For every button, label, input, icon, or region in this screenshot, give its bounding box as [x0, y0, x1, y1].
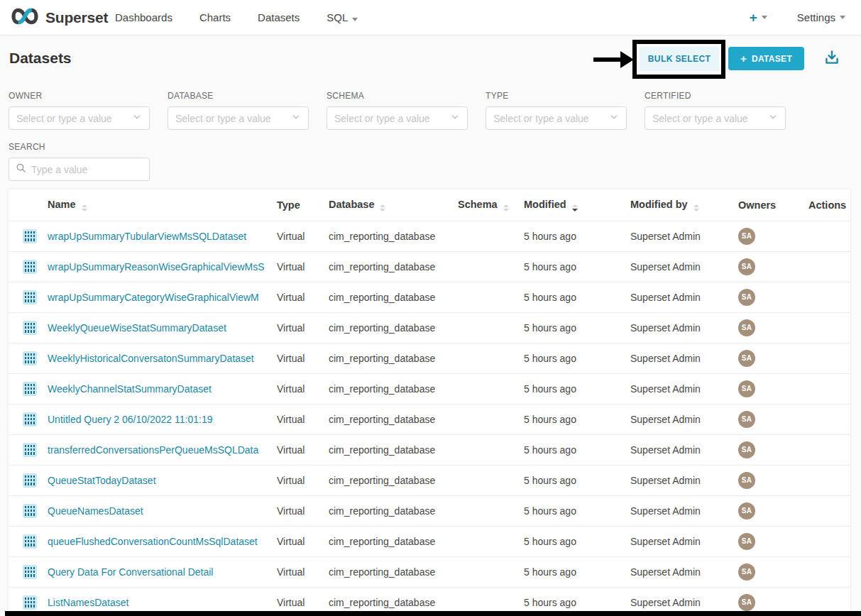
dataset-icon-cell: [9, 434, 48, 465]
dataset-type-cell: Virtual: [277, 221, 329, 251]
dataset-link[interactable]: wrapUpSummaryTubularViewMsSQLDataset: [48, 231, 246, 242]
dataset-link[interactable]: Untitled Query 2 06/10/2022 11:01:19: [48, 414, 212, 425]
column-header-label: Type: [277, 199, 300, 211]
settings-menu[interactable]: Settings: [797, 11, 845, 23]
column-header[interactable]: Owners: [738, 189, 808, 221]
filter-group: OWNER Select or type a value: [9, 91, 150, 130]
sort-icon: [503, 204, 509, 211]
filter-select[interactable]: Select or type a value: [9, 106, 150, 130]
bulk-select-button[interactable]: BULK SELECT: [640, 47, 719, 71]
filter-select[interactable]: Select or type a value: [486, 106, 627, 130]
dataset-link[interactable]: WeeklyHistoricalConversatonSummaryDatase…: [48, 353, 254, 364]
dataset-link[interactable]: wrapUpSummaryReasonWiseGraphicalViewMsS: [48, 261, 265, 273]
owner-avatar[interactable]: SA: [738, 563, 755, 581]
dataset-type-cell: Virtual: [277, 343, 329, 373]
chevron-down-icon: [762, 16, 767, 19]
owner-avatar[interactable]: SA: [738, 411, 755, 428]
filter-select[interactable]: Select or type a value: [168, 106, 309, 130]
dataset-link[interactable]: transferredConversationsPerQueueMsSQLDat…: [48, 444, 258, 456]
column-header[interactable]: Modified by: [630, 189, 738, 221]
filter-group: SCHEMA Select or type a value: [327, 91, 468, 130]
dataset-name-cell: queueFlushedConversationCountMsSqlDatase…: [48, 526, 277, 556]
owner-avatar[interactable]: SA: [738, 319, 755, 336]
table-row: wrapUpSummaryCategoryWiseGraphicalViewM …: [9, 282, 850, 312]
dataset-actions-cell: [808, 343, 850, 373]
column-header[interactable]: Name: [48, 189, 277, 221]
superset-logo[interactable]: Superset: [10, 7, 104, 28]
dataset-link[interactable]: WeeklyQueueWiseStatSummaryDataset: [48, 322, 226, 334]
download-icon: [823, 58, 841, 69]
column-header[interactable]: Modified: [524, 189, 630, 221]
column-header[interactable]: Database: [329, 189, 458, 221]
add-dataset-button[interactable]: + DATASET: [728, 47, 804, 70]
owner-avatar[interactable]: SA: [738, 441, 755, 458]
dataset-modified-cell: 5 hours ago: [524, 434, 630, 465]
dataset-icon-cell: [9, 221, 48, 251]
column-header[interactable]: Actions: [808, 189, 850, 221]
chevron-down-icon: [768, 112, 778, 125]
filter-select[interactable]: Select or type a value: [645, 106, 786, 130]
owner-avatar[interactable]: SA: [738, 350, 755, 367]
dataset-link[interactable]: wrapUpSummaryCategoryWiseGraphicalViewM: [48, 292, 259, 303]
dataset-name-cell: Query Data For Conversational Detail: [48, 556, 277, 587]
dataset-link[interactable]: WeeklyChannelStatSummaryDataset: [48, 383, 212, 395]
dataset-link[interactable]: ListNamesDataset: [48, 597, 128, 608]
dataset-link[interactable]: Query Data For Conversational Detail: [48, 566, 213, 578]
dataset-link[interactable]: QueueStatTodayDataset: [48, 475, 156, 486]
dataset-icon-cell: [9, 404, 48, 434]
search-icon: [16, 163, 26, 176]
add-dataset-label: DATASET: [752, 54, 792, 64]
owner-avatar[interactable]: SA: [738, 594, 755, 611]
column-header[interactable]: Schema: [458, 189, 524, 221]
dataset-type-cell: Virtual: [277, 434, 329, 465]
export-datasets-button[interactable]: [822, 48, 842, 68]
owner-avatar[interactable]: SA: [738, 472, 755, 489]
dataset-actions-cell: [808, 526, 850, 556]
dataset-modified-by-cell: Superset Admin: [630, 465, 738, 495]
dataset-modified-cell: 5 hours ago: [524, 312, 630, 343]
table-grid-icon: [23, 290, 37, 304]
dataset-actions-cell: [808, 404, 850, 434]
dataset-modified-cell: 5 hours ago: [524, 556, 630, 587]
table-grid-icon: [23, 534, 37, 549]
datasets-table-card: Name Type Database Schema Modified Modif…: [9, 189, 850, 616]
main-nav: Dashboards Charts Datasets SQL: [115, 11, 358, 23]
column-header[interactable]: Type: [277, 189, 329, 221]
dataset-type-cell: Virtual: [277, 465, 329, 495]
dataset-icon-cell: [9, 465, 48, 495]
filter-placeholder: Select or type a value: [334, 113, 450, 124]
nav-item[interactable]: SQL: [327, 11, 358, 23]
filter-placeholder: Select or type a value: [175, 113, 291, 124]
plus-icon: +: [740, 53, 747, 64]
nav-item[interactable]: Datasets: [258, 11, 300, 23]
dataset-icon-cell: [9, 495, 48, 526]
dataset-name-cell: WeeklyChannelStatSummaryDataset: [48, 373, 277, 404]
dataset-owners-cell: SA: [738, 312, 808, 343]
dataset-modified-by-cell: Superset Admin: [630, 434, 738, 465]
nav-item[interactable]: Dashboards: [115, 11, 172, 23]
dataset-actions-cell: [808, 282, 850, 312]
dataset-icon-cell: [9, 251, 48, 282]
dataset-icon-cell: [9, 312, 48, 343]
owner-avatar[interactable]: SA: [738, 533, 755, 550]
owner-avatar[interactable]: SA: [738, 502, 755, 519]
owner-avatar[interactable]: SA: [738, 289, 755, 306]
nav-item-label: Dashboards: [115, 11, 172, 23]
dataset-link[interactable]: queueFlushedConversationCountMsSqlDatase…: [48, 536, 258, 547]
owner-avatar[interactable]: SA: [738, 380, 755, 397]
datasets-table: Name Type Database Schema Modified Modif…: [9, 189, 850, 616]
owner-avatar[interactable]: SA: [738, 228, 755, 245]
dataset-schema-cell: [458, 282, 524, 312]
filter-select[interactable]: Select or type a value: [327, 106, 468, 130]
dataset-database-cell: cim_reporting_database: [329, 465, 458, 495]
search-input[interactable]: [31, 164, 143, 175]
brand-name: Superset: [45, 9, 108, 26]
dataset-modified-by-cell: Superset Admin: [630, 343, 738, 373]
owner-avatar[interactable]: SA: [738, 258, 755, 275]
dataset-modified-cell: 5 hours ago: [524, 373, 630, 404]
column-header[interactable]: [9, 189, 48, 221]
new-item-menu[interactable]: +: [750, 11, 767, 24]
nav-item[interactable]: Charts: [199, 11, 231, 23]
sort-icon: [380, 204, 385, 211]
dataset-link[interactable]: QueueNamesDataset: [48, 505, 143, 517]
